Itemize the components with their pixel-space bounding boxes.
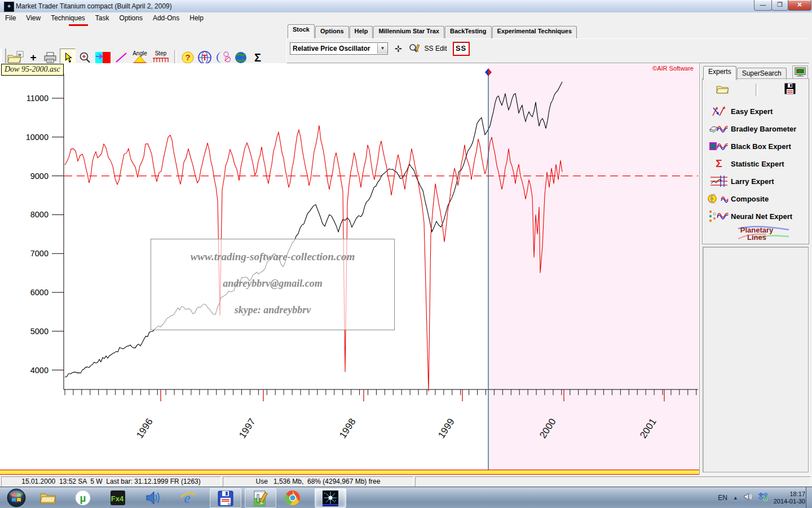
menu-addons[interactable]: Add-Ons — [148, 12, 184, 22]
expert-item-composite[interactable]: Composite — [707, 191, 806, 206]
minimize-button[interactable]: — — [754, 0, 772, 11]
watermark-url: www.trading-software-collection.com — [151, 251, 394, 263]
magnifier-pencil-icon — [409, 43, 420, 53]
floppy64-button[interactable]: 64 — [210, 488, 241, 508]
menu-options[interactable]: Options — [114, 12, 148, 22]
watermark-skype: skype: andreybbrv — [151, 304, 394, 316]
black-box-expert-icon — [707, 140, 731, 152]
ss-button[interactable]: SS — [453, 42, 470, 56]
restore-button[interactable]: ❐ — [771, 0, 788, 11]
expert-item-bradley-barometer[interactable]: Bradley Barometer — [707, 121, 806, 136]
show-desktop-button[interactable] — [806, 487, 812, 508]
svg-text:e: e — [184, 490, 191, 506]
save-expert-button[interactable] — [784, 83, 796, 97]
svg-text:1998: 1998 — [337, 417, 358, 440]
tab-help[interactable]: Help — [350, 26, 373, 38]
explorer-button[interactable] — [35, 489, 61, 506]
tab-stock[interactable]: Stock — [288, 24, 315, 38]
expert-item-easy-expert[interactable]: Easy Expert — [707, 104, 806, 119]
watermark-email: andreybbrv@gmail.com — [151, 278, 394, 290]
menu-techniques[interactable]: Techniques — [46, 12, 90, 22]
title-bar: ✦ Market Trader Titanium compact (Built … — [0, 0, 812, 13]
svg-text:?: ? — [185, 52, 190, 62]
chrome-button[interactable] — [280, 489, 306, 506]
menu-task[interactable]: Task — [90, 12, 114, 22]
svg-text:T: T — [202, 53, 208, 62]
expert-item-planetary-lines[interactable]: PlanetaryLines — [707, 226, 806, 241]
experts-list-box: Easy ExpertBradley BarometerBlack Box Ex… — [702, 78, 809, 244]
expert-label: Larry Expert — [731, 177, 774, 186]
volume-app-button[interactable] — [140, 489, 166, 506]
tray-date: 2014-01-30 — [774, 498, 805, 505]
easy-expert-icon — [707, 104, 731, 118]
watermark-box: www.trading-software-collection.com andr… — [151, 239, 395, 330]
statistic-expert-icon: Σ — [707, 157, 731, 170]
expert-item-black-box-expert[interactable]: Black Box Expert — [707, 139, 806, 154]
window-title: Market Trader Titanium compact (Built Ap… — [16, 2, 172, 10]
status-bar: 15.01.2000 13:52 SA 5 W Last bar: 31.12.… — [0, 475, 812, 487]
open-expert-button[interactable] — [716, 83, 729, 97]
expert-item-statistic-expert[interactable]: ΣStatistic Expert — [707, 156, 806, 171]
tab-experimental-techniques[interactable]: Experimental Techniques — [492, 26, 577, 38]
expert-item-neural-net-expert[interactable]: Neural Net Expert — [707, 209, 806, 224]
study-selector[interactable]: Relative Price Oscillator ▼ — [290, 42, 388, 55]
svg-text:4000: 4000 — [30, 366, 48, 375]
menu-help[interactable]: Help — [184, 12, 209, 22]
svg-text:11000: 11000 — [27, 94, 48, 103]
floppy-save-icon — [784, 83, 796, 94]
language-indicator[interactable]: EN — [718, 494, 727, 502]
expert-label: Bradley Barometer — [731, 125, 796, 133]
fx4-button[interactable]: Fx4 — [105, 489, 131, 506]
tray-speaker-icon[interactable] — [744, 493, 753, 503]
tab-millennium-star-trax[interactable]: Millennium Star Trax — [373, 26, 444, 38]
internet-explorer-button[interactable]: e — [175, 489, 201, 506]
tab-backtesting[interactable]: BackTesting — [445, 26, 492, 38]
status-date-info: 15.01.2000 13:52 SA 5 W Last bar: 31.12.… — [1, 476, 221, 487]
tab-options[interactable]: Options — [315, 26, 349, 38]
market-trader-button[interactable] — [315, 488, 346, 508]
active-tool-indicator — [69, 24, 88, 26]
close-button[interactable]: ✕ — [788, 0, 811, 11]
expert-label: Easy Expert — [731, 107, 773, 116]
start-button[interactable] — [3, 489, 29, 506]
svg-text:7000: 7000 — [30, 249, 48, 258]
status-memory-info: Use 1,536 Mb, 68% (4294,967 Mb) free — [223, 476, 413, 487]
menu-file[interactable]: File — [0, 12, 21, 22]
chart-area[interactable]: 1100010000900080007000600050004000199619… — [0, 63, 699, 475]
svg-text:Angle: Angle — [133, 50, 147, 56]
svg-text:6000: 6000 — [30, 288, 48, 297]
menu-bar: FileViewTechniquesTaskOptionsAdd-OnsHelp — [0, 12, 812, 24]
svg-text:1999: 1999 — [436, 417, 457, 440]
ss-edit-label: SS Edit — [425, 45, 447, 52]
svg-text:5000: 5000 — [30, 327, 48, 336]
status-spacer — [415, 476, 811, 487]
windows-taskbar: µFx4e64 EN ▲ 18:17 2014-01-30 — [0, 487, 812, 508]
svg-text:64: 64 — [228, 502, 232, 505]
svg-text:Fx4: Fx4 — [111, 494, 124, 503]
chevron-down-icon[interactable]: ▼ — [377, 43, 387, 54]
tray-clock[interactable]: 18:17 2014-01-30 — [774, 491, 805, 505]
stock-tab-panel: StockOptionsHelpMillennium Star TraxBack… — [286, 24, 810, 63]
expert-label-planetary-lines: PlanetaryLines — [740, 226, 774, 241]
dropbox-icon[interactable] — [758, 492, 768, 503]
experts-tab-experts[interactable]: Experts — [703, 66, 736, 80]
expert-label: Statistic Expert — [731, 160, 784, 168]
larry-expert-icon — [707, 174, 731, 188]
expert-item-larry-expert[interactable]: Larry Expert — [707, 174, 806, 189]
add-study-button[interactable]: ⊹ — [395, 43, 402, 54]
tray-time: 18:17 — [774, 491, 805, 498]
edit-study-icon[interactable] — [409, 43, 420, 55]
svg-text:µ: µ — [80, 492, 86, 504]
menu-view[interactable]: View — [21, 12, 46, 22]
utorrent-button[interactable]: µ — [70, 489, 96, 506]
speaker-icon — [744, 493, 753, 501]
bradley-barometer-icon — [707, 122, 731, 135]
notepad-editor-button[interactable] — [245, 488, 276, 508]
dropbox-box-icon — [758, 492, 768, 501]
chart-file-label[interactable]: Dow 95-2000.asc — [1, 64, 64, 76]
tray-chevron-up-icon[interactable]: ▲ — [733, 495, 738, 501]
chart-bottom-strip — [0, 470, 699, 475]
main-tabs: StockOptionsHelpMillennium Star TraxBack… — [288, 26, 577, 38]
air-software-credit: ©AIR Software — [652, 65, 694, 72]
monitor-icon-button[interactable] — [792, 65, 808, 79]
